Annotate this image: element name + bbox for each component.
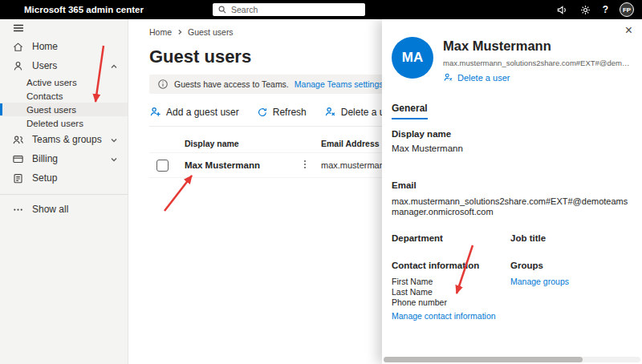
chevron-down-icon — [110, 155, 118, 166]
home-icon — [12, 41, 24, 53]
manage-teams-settings-link[interactable]: Manage Teams settings — [295, 79, 384, 89]
person-icon — [12, 60, 24, 72]
sidebar-item-teams-groups[interactable]: Teams & groups — [0, 130, 128, 149]
groups-label: Groups — [510, 261, 632, 270]
close-icon[interactable]: × — [625, 24, 632, 37]
refresh-button[interactable]: Refresh — [257, 107, 307, 118]
sidebar-item-users[interactable]: Users — [0, 56, 128, 75]
more-options-icon — [299, 159, 311, 170]
contact-info-label: Contact information — [392, 261, 510, 270]
sidebar-item-label: Contacts — [26, 91, 63, 101]
row-checkbox-cell — [149, 160, 185, 172]
manage-groups-link[interactable]: Manage groups — [510, 277, 632, 286]
chevron-right-icon — [177, 29, 183, 35]
billing-card-icon — [12, 153, 24, 165]
horizontal-scrollbar-thumb[interactable] — [384, 357, 583, 362]
sidebar-item-label: Deleted users — [26, 119, 83, 128]
topbar-actions: ? FP — [556, 0, 634, 19]
department-label: Department — [392, 233, 510, 243]
nav-divider — [0, 194, 128, 195]
last-name-label: Last Name — [392, 287, 510, 297]
banner-text: Guests have access to Teams. — [174, 79, 289, 89]
groups-section: Groups Manage groups — [510, 261, 632, 321]
sidebar-item-guest-users[interactable]: Guest users — [0, 103, 128, 116]
search-box — [213, 3, 365, 16]
sidebar-item-deleted-users[interactable]: Deleted users — [0, 116, 128, 130]
app-title: Microsoft 365 admin center — [0, 5, 144, 14]
sidebar-item-label: Teams & groups — [32, 134, 102, 145]
column-header-display-name: Display name — [185, 139, 299, 148]
chevron-down-icon — [110, 135, 118, 147]
setup-clipboard-icon — [12, 172, 24, 184]
sidebar-item-contacts[interactable]: Contacts — [0, 89, 128, 103]
account-avatar-initials: FP — [623, 6, 631, 14]
panel-tabs: General — [392, 100, 632, 119]
announcements-icon[interactable] — [556, 4, 568, 16]
sidebar-item-label: Users — [32, 60, 57, 71]
row-display-name: Max Mustermann — [185, 160, 299, 170]
job-title-label: Job title — [510, 233, 632, 243]
row-menu-button[interactable] — [299, 159, 321, 172]
panel-header: MA Max Mustermann max.mustermann_solutio… — [392, 37, 632, 83]
person-add-icon — [149, 106, 161, 118]
people-icon — [12, 134, 24, 146]
panel-user-name: Max Mustermann — [443, 38, 632, 54]
tab-general[interactable]: General — [392, 103, 428, 119]
sidebar-item-label: Setup — [32, 172, 57, 184]
sidebar-item-active-users[interactable]: Active users — [0, 75, 128, 89]
panel-user-email: max.mustermann_solutions2share.com#EXT#@… — [443, 59, 632, 67]
chevron-up-icon — [110, 62, 118, 73]
user-details-panel: × MA Max Mustermann max.mustermann_solut… — [382, 19, 642, 364]
contact-groups-row: Contact information First Name Last Name… — [392, 261, 632, 321]
contact-fields: First Name Last Name Phone number — [392, 277, 510, 308]
ellipsis-icon — [12, 204, 24, 216]
breadcrumb-home-link[interactable]: Home — [149, 27, 172, 37]
refresh-icon — [257, 107, 268, 118]
phone-number-label: Phone number — [392, 297, 510, 308]
person-delete-icon — [443, 72, 453, 83]
nav-collapse-button[interactable] — [0, 19, 128, 37]
topbar: Microsoft 365 admin center ? FP — [0, 0, 642, 19]
sidebar-item-label: Billing — [32, 153, 58, 164]
email-label: Email — [392, 180, 632, 190]
sidebar-item-setup[interactable]: Setup — [0, 168, 128, 188]
email-value: max.mustermann_solutions2share.com#EXT#@… — [392, 196, 629, 217]
help-icon[interactable]: ? — [603, 4, 608, 15]
person-delete-icon — [324, 106, 336, 118]
sidebar-item-label: Guest users — [26, 105, 76, 115]
button-label: Add a guest user — [166, 107, 239, 118]
manage-contact-information-link[interactable]: Manage contact information — [392, 311, 510, 321]
display-name-label: Display name — [392, 129, 632, 139]
panel-header-info: Max Mustermann max.mustermann_solutions2… — [443, 37, 632, 83]
sidebar-item-label: Active users — [26, 78, 77, 87]
add-guest-user-button[interactable]: Add a guest user — [149, 106, 239, 118]
search-icon — [217, 5, 227, 14]
row-checkbox[interactable] — [156, 160, 169, 172]
breadcrumb-current: Guest users — [188, 27, 234, 37]
sidebar-item-home[interactable]: Home — [0, 37, 128, 56]
display-name-value: Max Mustermann — [392, 144, 632, 153]
sidebar-item-label: Show all — [32, 204, 68, 215]
search-input[interactable] — [231, 5, 360, 14]
horizontal-scrollbar-track — [384, 357, 640, 362]
department-jobtitle-row: Department Job title — [392, 233, 632, 243]
panel-fields: Display name Max Mustermann Email max.mu… — [392, 129, 632, 321]
info-icon — [157, 79, 169, 90]
hamburger-icon — [12, 22, 25, 34]
button-label: Refresh — [273, 107, 307, 118]
avatar-initials: MA — [402, 50, 423, 66]
account-avatar[interactable]: FP — [620, 2, 634, 17]
sidebar-item-billing[interactable]: Billing — [0, 149, 128, 168]
left-nav: Home Users Active users Contacts Guest u… — [0, 19, 128, 364]
panel-delete-user-link[interactable]: Delete a user — [443, 72, 632, 83]
settings-gear-icon[interactable] — [579, 4, 591, 16]
first-name-label: First Name — [392, 277, 510, 287]
contact-info-section: Contact information First Name Last Name… — [392, 261, 510, 321]
avatar: MA — [392, 37, 433, 79]
sidebar-item-show-all[interactable]: Show all — [0, 200, 128, 219]
link-label: Delete a user — [457, 73, 510, 83]
sidebar-item-label: Home — [32, 41, 58, 52]
